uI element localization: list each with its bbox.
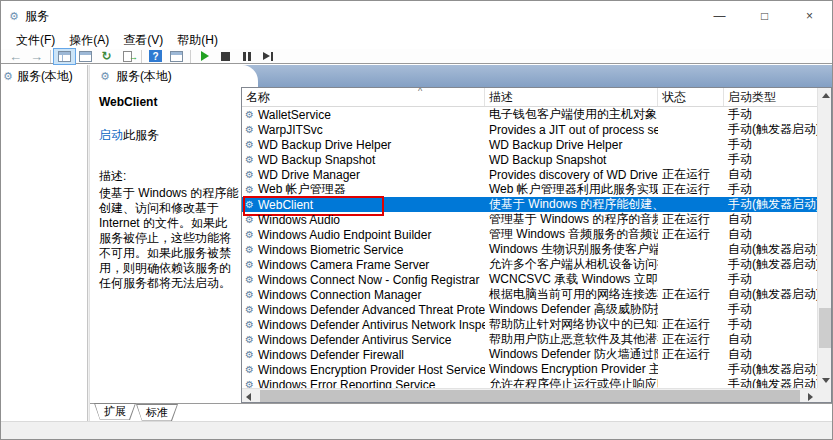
pause-service-button[interactable]: [236, 49, 257, 64]
menu-action[interactable]: 操作(A): [62, 32, 116, 49]
selected-service-name: WebClient: [99, 95, 235, 109]
service-row[interactable]: ⚙ Windows Defender Antivirus Network Ins…: [242, 317, 817, 332]
menu-file[interactable]: 文件(F): [9, 32, 62, 49]
restart-service-button[interactable]: [257, 49, 278, 64]
scroll-down-icon[interactable]: [822, 378, 830, 383]
service-gear-icon: ⚙: [245, 155, 254, 165]
scroll-up-icon[interactable]: [822, 93, 830, 98]
service-name: Windows Audio: [258, 213, 340, 227]
help-button[interactable]: ?: [145, 49, 166, 64]
stop-icon: [221, 52, 230, 61]
service-name: WD Drive Manager: [258, 168, 360, 182]
service-description-cell: WD Backup Snapshot: [485, 153, 658, 167]
service-row[interactable]: ⚙ Windows Error Reporting Service 允许在程序停…: [242, 377, 817, 388]
service-row[interactable]: ⚙ Web 帐户管理器 Web 帐户管理器利用此服务实现应用和服... 正在运行…: [242, 182, 817, 197]
menu-bar: 文件(F) 操作(A) 查看(V) 帮助(H): [1, 31, 832, 49]
service-row[interactable]: ⚙ WD Drive Manager Provides discovery of…: [242, 167, 817, 182]
service-row[interactable]: ⚙ Windows Defender Antivirus Service 帮助用…: [242, 332, 817, 347]
service-name: Windows Defender Advanced Threat Protect…: [258, 303, 485, 317]
service-name: Windows Camera Frame Server: [258, 258, 429, 272]
stop-service-button[interactable]: [215, 49, 236, 64]
vertical-scrollbar[interactable]: [817, 88, 831, 388]
pane-header-band: ⚙ 服务(本地): [90, 65, 832, 87]
service-row[interactable]: ⚙ Windows Connect Now - Config Registrar…: [242, 272, 817, 287]
service-gear-icon: ⚙: [245, 215, 254, 225]
service-gear-icon: ⚙: [245, 170, 254, 180]
action-suffix: 此服务: [123, 128, 159, 142]
start-service-link[interactable]: 启动: [99, 128, 123, 142]
tab-extended[interactable]: 扩展: [94, 403, 136, 420]
scroll-right-icon[interactable]: [808, 393, 813, 401]
back-button[interactable]: ←: [5, 49, 26, 64]
service-gear-icon: ⚙: [245, 305, 254, 315]
horizontal-scrollbar[interactable]: [242, 388, 817, 402]
service-row[interactable]: ⚙ Windows Audio 管理基于 Windows 的程序的音频。如果此.…: [242, 212, 817, 227]
refresh-button[interactable]: ↻: [96, 49, 117, 64]
toolbar-separator: [190, 50, 191, 63]
minimize-button[interactable]: —: [697, 1, 742, 31]
column-header-name[interactable]: 名称 ^: [242, 88, 485, 106]
service-gear-icon: ⚙: [245, 380, 254, 389]
service-gear-icon: ⚙: [245, 260, 254, 270]
service-name: Windows Audio Endpoint Builder: [258, 228, 431, 242]
service-rows: ⚙ WalletService 电子钱包客户端使用的主机对象 手动 ⚙ Warp…: [242, 107, 817, 388]
column-header-description[interactable]: 描述: [485, 88, 658, 106]
service-description-cell: Provides a JIT out of process service fo…: [485, 123, 658, 137]
service-startup-type-cell: 手动(触发器启动): [724, 376, 817, 388]
console-tree-pane: ⚙ 服务(本地): [1, 65, 87, 421]
scroll-left-icon[interactable]: [246, 393, 251, 401]
tree-item-services-local[interactable]: ⚙ 服务(本地): [1, 65, 87, 88]
scrollbar-corner: [817, 388, 831, 402]
service-name: Windows Error Reporting Service: [258, 378, 435, 389]
title-bar: ⚙ 服务 — □ ×: [1, 1, 832, 31]
maximize-button[interactable]: □: [742, 1, 787, 31]
start-service-button[interactable]: [194, 49, 215, 64]
action-pane-icon: [170, 51, 183, 62]
services-gear-icon: ⚙: [100, 71, 110, 82]
column-header-status[interactable]: 状态: [658, 88, 724, 106]
service-description-cell: Provides discovery of WD Drives: [485, 168, 658, 182]
service-row[interactable]: ⚙ Windows Connection Manager 根据电脑当前可用的网络…: [242, 287, 817, 302]
export-list-button[interactable]: [117, 49, 138, 64]
service-row[interactable]: ⚙ Windows Encryption Provider Host Servi…: [242, 362, 817, 377]
service-row[interactable]: ⚙ WD Backup Drive Helper WD Backup Drive…: [242, 137, 817, 152]
menu-view[interactable]: 查看(V): [116, 32, 170, 49]
show-action-pane-button[interactable]: [166, 49, 187, 64]
help-icon: ?: [149, 50, 162, 62]
service-row[interactable]: ⚙ WalletService 电子钱包客户端使用的主机对象 手动: [242, 107, 817, 122]
forward-button[interactable]: →: [26, 49, 47, 64]
console-tree-icon: [58, 51, 71, 62]
service-name: WD Backup Snapshot: [258, 153, 375, 167]
menu-help[interactable]: 帮助(H): [170, 32, 225, 49]
service-row[interactable]: ⚙ WD Backup Snapshot WD Backup Snapshot …: [242, 152, 817, 167]
window-title: 服务: [25, 8, 49, 25]
service-name: WD Backup Drive Helper: [258, 138, 391, 152]
service-row[interactable]: ⚙ Windows Defender Firewall Windows Defe…: [242, 347, 817, 362]
service-row[interactable]: ⚙ Windows Audio Endpoint Builder 管理 Wind…: [242, 227, 817, 242]
service-name: Windows Defender Antivirus Service: [258, 333, 451, 347]
close-button[interactable]: ×: [787, 1, 832, 31]
service-name: WarpJITSvc: [258, 123, 323, 137]
service-name: Windows Defender Firewall: [258, 348, 404, 362]
horizontal-scroll-thumb[interactable]: [260, 390, 800, 402]
service-row[interactable]: ⚙ Windows Camera Frame Server 允许多个客户端从相机…: [242, 257, 817, 272]
back-icon: ←: [9, 50, 22, 63]
service-name: WebClient: [258, 198, 313, 212]
show-console-tree-button[interactable]: [54, 49, 75, 64]
vertical-scroll-thumb[interactable]: [819, 308, 831, 348]
service-status-cell: 正在运行: [658, 226, 724, 243]
services-list: 名称 ^ 描述 状态 启动类型 ⚙ WalletService: [241, 87, 832, 403]
service-row[interactable]: ⚙ Windows Defender Advanced Threat Prote…: [242, 302, 817, 317]
service-row[interactable]: ⚙ WarpJITSvc Provides a JIT out of proce…: [242, 122, 817, 137]
service-description-cell: 允许在程序停止运行或停止响应时报告错误...: [485, 376, 658, 388]
column-header-startup-type[interactable]: 启动类型: [724, 88, 819, 106]
tab-standard[interactable]: 标准: [136, 404, 178, 421]
service-row[interactable]: ⚙ WebClient 使基于 Windows 的程序能创建、访问和修... 手…: [242, 197, 817, 212]
pane-title-tab: ⚙ 服务(本地): [90, 65, 258, 87]
service-row[interactable]: ⚙ Windows Biometric Service Windows 生物识别…: [242, 242, 817, 257]
toolbar-separator: [50, 50, 51, 63]
extended-description-pane: WebClient 启动此服务 描述: 使基于 Windows 的程序能创建、访…: [90, 87, 241, 403]
description-label: 描述:: [99, 168, 235, 185]
service-gear-icon: ⚙: [245, 275, 254, 285]
properties-button[interactable]: [75, 49, 96, 64]
